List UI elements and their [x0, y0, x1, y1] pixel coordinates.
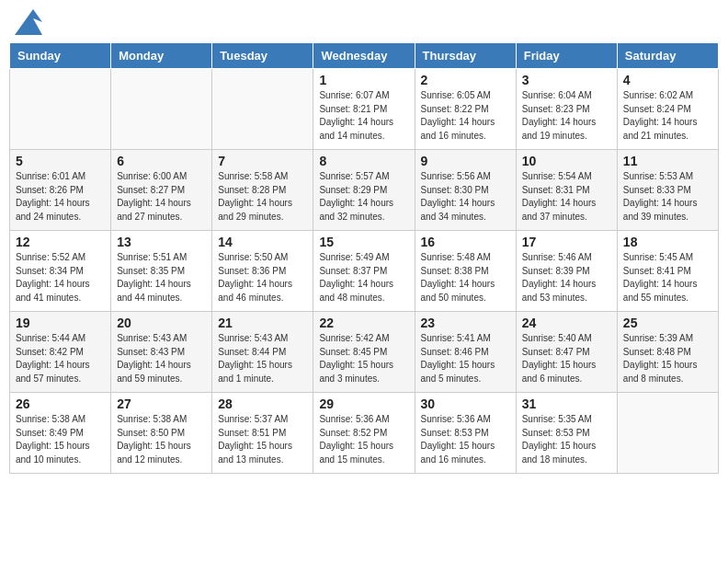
day-info: Sunrise: 6:02 AMSunset: 8:24 PMDaylight:…	[623, 89, 712, 143]
calendar-cell-w5-d1: 26Sunrise: 5:38 AMSunset: 8:49 PMDayligh…	[10, 393, 111, 474]
logo-icon	[15, 9, 42, 35]
day-number: 17	[522, 235, 611, 249]
day-info: Sunrise: 5:40 AMSunset: 8:47 PMDaylight:…	[522, 332, 611, 385]
day-number: 14	[218, 235, 307, 249]
calendar-cell-w4-d6: 24Sunrise: 5:40 AMSunset: 8:47 PMDayligh…	[516, 312, 617, 393]
day-number: 30	[421, 396, 510, 411]
day-number: 9	[421, 154, 510, 168]
calendar-cell-w1-d7: 4Sunrise: 6:02 AMSunset: 8:24 PMDaylight…	[617, 69, 718, 150]
day-number: 19	[16, 316, 105, 330]
calendar-cell-w3-d3: 14Sunrise: 5:50 AMSunset: 8:36 PMDayligh…	[212, 231, 313, 312]
week-row-5: 26Sunrise: 5:38 AMSunset: 8:49 PMDayligh…	[10, 393, 719, 474]
day-number: 22	[319, 316, 408, 330]
calendar-cell-w2-d7: 11Sunrise: 5:53 AMSunset: 8:33 PMDayligh…	[617, 150, 718, 231]
calendar-cell-w5-d7	[617, 393, 718, 474]
day-number: 12	[16, 235, 105, 249]
calendar-cell-w4-d1: 19Sunrise: 5:44 AMSunset: 8:42 PMDayligh…	[10, 312, 111, 393]
calendar-cell-w2-d1: 5Sunrise: 6:01 AMSunset: 8:26 PMDaylight…	[10, 150, 111, 231]
day-number: 28	[218, 396, 307, 411]
calendar-cell-w3-d5: 16Sunrise: 5:48 AMSunset: 8:38 PMDayligh…	[415, 231, 516, 312]
day-info: Sunrise: 5:51 AMSunset: 8:35 PMDaylight:…	[117, 251, 206, 304]
calendar-cell-w4-d7: 25Sunrise: 5:39 AMSunset: 8:48 PMDayligh…	[617, 312, 718, 393]
week-row-3: 12Sunrise: 5:52 AMSunset: 8:34 PMDayligh…	[10, 231, 719, 312]
day-number: 13	[117, 235, 206, 249]
calendar-cell-w2-d3: 7Sunrise: 5:58 AMSunset: 8:28 PMDaylight…	[212, 150, 313, 231]
calendar-cell-w5-d5: 30Sunrise: 5:36 AMSunset: 8:53 PMDayligh…	[415, 393, 516, 474]
day-number: 18	[623, 235, 712, 249]
calendar-cell-w4-d5: 23Sunrise: 5:41 AMSunset: 8:46 PMDayligh…	[415, 312, 516, 393]
day-info: Sunrise: 6:04 AMSunset: 8:23 PMDaylight:…	[522, 89, 611, 143]
day-info: Sunrise: 5:49 AMSunset: 8:37 PMDaylight:…	[319, 251, 408, 304]
day-info: Sunrise: 5:50 AMSunset: 8:36 PMDaylight:…	[218, 251, 307, 304]
calendar-cell-w1-d2	[111, 69, 212, 150]
day-info: Sunrise: 5:43 AMSunset: 8:44 PMDaylight:…	[218, 332, 307, 385]
day-info: Sunrise: 5:37 AMSunset: 8:51 PMDaylight:…	[218, 413, 307, 466]
day-number: 7	[218, 154, 307, 168]
page-header	[9, 9, 719, 35]
calendar-cell-w3-d1: 12Sunrise: 5:52 AMSunset: 8:34 PMDayligh…	[10, 231, 111, 312]
calendar-cell-w4-d2: 20Sunrise: 5:43 AMSunset: 8:43 PMDayligh…	[111, 312, 212, 393]
calendar-cell-w5-d4: 29Sunrise: 5:36 AMSunset: 8:52 PMDayligh…	[313, 393, 415, 474]
week-row-1: 1Sunrise: 6:07 AMSunset: 8:21 PMDaylight…	[10, 69, 719, 150]
day-info: Sunrise: 5:53 AMSunset: 8:33 PMDaylight:…	[623, 170, 712, 224]
calendar-cell-w3-d2: 13Sunrise: 5:51 AMSunset: 8:35 PMDayligh…	[111, 231, 212, 312]
header-friday: Friday	[516, 43, 617, 69]
day-number: 21	[218, 316, 307, 330]
day-info: Sunrise: 5:46 AMSunset: 8:39 PMDaylight:…	[522, 251, 611, 304]
day-number: 26	[16, 396, 105, 411]
header-saturday: Saturday	[617, 43, 718, 69]
header-sunday: Sunday	[10, 43, 111, 69]
calendar-cell-w5-d2: 27Sunrise: 5:38 AMSunset: 8:50 PMDayligh…	[111, 393, 212, 474]
day-info: Sunrise: 5:52 AMSunset: 8:34 PMDaylight:…	[16, 251, 105, 304]
day-info: Sunrise: 5:38 AMSunset: 8:50 PMDaylight:…	[117, 413, 206, 466]
day-number: 11	[623, 154, 712, 168]
calendar-cell-w2-d4: 8Sunrise: 5:57 AMSunset: 8:29 PMDaylight…	[313, 150, 415, 231]
day-info: Sunrise: 5:39 AMSunset: 8:48 PMDaylight:…	[623, 332, 712, 385]
svg-marker-0	[15, 9, 42, 35]
day-number: 4	[623, 73, 712, 87]
calendar-cell-w1-d6: 3Sunrise: 6:04 AMSunset: 8:23 PMDaylight…	[516, 69, 617, 150]
calendar-cell-w4-d3: 21Sunrise: 5:43 AMSunset: 8:44 PMDayligh…	[212, 312, 313, 393]
calendar-cell-w3-d4: 15Sunrise: 5:49 AMSunset: 8:37 PMDayligh…	[313, 231, 415, 312]
day-number: 16	[421, 235, 510, 249]
day-info: Sunrise: 5:42 AMSunset: 8:45 PMDaylight:…	[319, 332, 408, 385]
calendar-cell-w1-d1	[10, 69, 111, 150]
day-info: Sunrise: 6:00 AMSunset: 8:27 PMDaylight:…	[117, 170, 206, 224]
week-row-2: 5Sunrise: 6:01 AMSunset: 8:26 PMDaylight…	[10, 150, 719, 231]
day-info: Sunrise: 5:56 AMSunset: 8:30 PMDaylight:…	[421, 170, 510, 224]
calendar-cell-w4-d4: 22Sunrise: 5:42 AMSunset: 8:45 PMDayligh…	[313, 312, 415, 393]
day-number: 31	[522, 396, 611, 411]
day-info: Sunrise: 5:43 AMSunset: 8:43 PMDaylight:…	[117, 332, 206, 385]
weekday-header-row: SundayMondayTuesdayWednesdayThursdayFrid…	[10, 43, 719, 69]
day-info: Sunrise: 6:07 AMSunset: 8:21 PMDaylight:…	[319, 89, 408, 143]
day-number: 8	[319, 154, 408, 168]
day-info: Sunrise: 5:35 AMSunset: 8:53 PMDaylight:…	[522, 413, 611, 466]
day-number: 25	[623, 316, 712, 330]
day-info: Sunrise: 5:48 AMSunset: 8:38 PMDaylight:…	[421, 251, 510, 304]
calendar-cell-w2-d5: 9Sunrise: 5:56 AMSunset: 8:30 PMDaylight…	[415, 150, 516, 231]
day-number: 3	[522, 73, 611, 87]
calendar-cell-w5-d6: 31Sunrise: 5:35 AMSunset: 8:53 PMDayligh…	[516, 393, 617, 474]
day-number: 27	[117, 396, 206, 411]
day-number: 15	[319, 235, 408, 249]
day-info: Sunrise: 6:01 AMSunset: 8:26 PMDaylight:…	[16, 170, 105, 224]
logo-top-row	[13, 9, 42, 35]
day-number: 10	[522, 154, 611, 168]
day-number: 23	[421, 316, 510, 330]
calendar-cell-w3-d6: 17Sunrise: 5:46 AMSunset: 8:39 PMDayligh…	[516, 231, 617, 312]
calendar-cell-w1-d4: 1Sunrise: 6:07 AMSunset: 8:21 PMDaylight…	[313, 69, 415, 150]
header-monday: Monday	[111, 43, 212, 69]
day-info: Sunrise: 5:58 AMSunset: 8:28 PMDaylight:…	[218, 170, 307, 224]
day-info: Sunrise: 6:05 AMSunset: 8:22 PMDaylight:…	[421, 89, 510, 143]
calendar-cell-w1-d5: 2Sunrise: 6:05 AMSunset: 8:22 PMDaylight…	[415, 69, 516, 150]
day-info: Sunrise: 5:44 AMSunset: 8:42 PMDaylight:…	[16, 332, 105, 385]
day-number: 5	[16, 154, 105, 168]
day-info: Sunrise: 5:36 AMSunset: 8:52 PMDaylight:…	[319, 413, 408, 466]
header-wednesday: Wednesday	[313, 43, 415, 69]
day-number: 6	[117, 154, 206, 168]
calendar-cell-w1-d3	[212, 69, 313, 150]
day-number: 29	[319, 396, 408, 411]
day-info: Sunrise: 5:36 AMSunset: 8:53 PMDaylight:…	[421, 413, 510, 466]
week-row-4: 19Sunrise: 5:44 AMSunset: 8:42 PMDayligh…	[10, 312, 719, 393]
calendar-table: SundayMondayTuesdayWednesdayThursdayFrid…	[9, 42, 719, 474]
